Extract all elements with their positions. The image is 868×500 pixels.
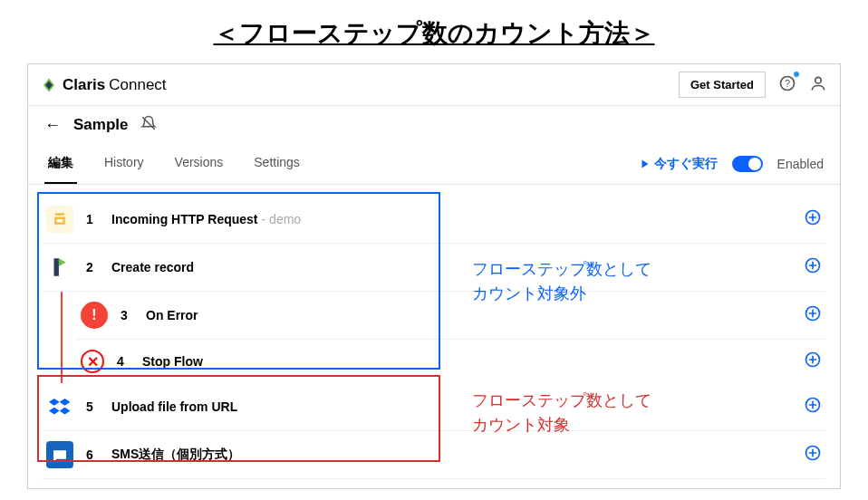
flow-step-row[interactable]: 6 SMS送信（個別方式） bbox=[43, 431, 825, 479]
stop-icon: ✕ bbox=[81, 350, 104, 373]
tabs-right: 今すぐ実行 Enabled bbox=[640, 156, 824, 172]
sub-bar: ← Sample bbox=[28, 106, 840, 144]
step-number: 1 bbox=[86, 212, 99, 226]
filemaker-icon bbox=[46, 254, 73, 281]
app-window: ClarisConnect Get Started ? ← Sample 編集 … bbox=[27, 63, 841, 489]
help-icon[interactable]: ? bbox=[778, 74, 796, 96]
run-now-button[interactable]: 今すぐ実行 bbox=[640, 156, 718, 172]
annotation-red: フローステップ数として カウント対象 bbox=[472, 389, 651, 438]
sms-icon bbox=[46, 441, 73, 468]
step-title: SMS送信（個別方式） bbox=[111, 447, 240, 463]
plus-circle-icon bbox=[804, 444, 822, 462]
step-meta: - demo bbox=[262, 212, 302, 226]
annotation-blue: フローステップ数として カウント対象外 bbox=[472, 257, 651, 306]
flow-name: Sample bbox=[73, 116, 128, 134]
step-number: 3 bbox=[121, 308, 133, 322]
tabs: 編集 History Versions Settings bbox=[44, 144, 304, 184]
add-step-button[interactable] bbox=[804, 304, 822, 326]
enabled-label: Enabled bbox=[777, 157, 824, 171]
play-icon bbox=[640, 159, 651, 169]
claris-logo-icon bbox=[41, 77, 57, 93]
error-branch: ! 3 On Error ✕ 4 Stop Flow bbox=[61, 292, 825, 383]
add-step-button[interactable] bbox=[804, 396, 822, 418]
step-title: On Error bbox=[146, 308, 198, 322]
svg-text:?: ? bbox=[785, 78, 790, 89]
notification-dot-icon bbox=[794, 72, 799, 77]
flow-step-row[interactable]: 1 Incoming HTTP Request- demo bbox=[43, 196, 825, 244]
brand-sub: Connect bbox=[109, 76, 166, 94]
step-title: Upload file from URL bbox=[111, 399, 237, 414]
step-number: 2 bbox=[86, 260, 99, 274]
step-number: 6 bbox=[86, 447, 99, 462]
tab-settings[interactable]: Settings bbox=[250, 144, 304, 184]
flow-step-row[interactable]: ✕ 4 Stop Flow bbox=[77, 340, 825, 383]
page-title: ＜フローステップ数のカウント方法＞ bbox=[0, 0, 868, 63]
back-arrow-icon[interactable]: ← bbox=[44, 116, 61, 135]
flow-step-row[interactable]: 2 Create record bbox=[43, 244, 825, 292]
tab-edit[interactable]: 編集 bbox=[44, 144, 77, 184]
http-request-icon bbox=[46, 206, 73, 233]
top-right-actions: Get Started ? bbox=[679, 72, 827, 98]
add-step-button[interactable] bbox=[804, 444, 822, 466]
plus-circle-icon bbox=[804, 396, 822, 414]
tabs-row: 編集 History Versions Settings 今すぐ実行 Enabl… bbox=[28, 144, 840, 185]
plus-circle-icon bbox=[804, 351, 822, 369]
step-title: Incoming HTTP Request- demo bbox=[111, 212, 301, 226]
tab-history[interactable]: History bbox=[101, 144, 148, 184]
flow-body: 1 Incoming HTTP Request- demo 2 Create r… bbox=[28, 185, 840, 488]
brand-name: Claris bbox=[63, 76, 105, 94]
add-step-button[interactable] bbox=[804, 208, 822, 230]
enabled-toggle[interactable] bbox=[732, 156, 763, 172]
dropbox-icon bbox=[46, 393, 73, 420]
user-icon[interactable] bbox=[809, 74, 827, 96]
get-started-button[interactable]: Get Started bbox=[679, 72, 766, 98]
plus-circle-icon bbox=[804, 256, 822, 274]
brand: ClarisConnect bbox=[41, 76, 167, 94]
top-bar: ClarisConnect Get Started ? bbox=[28, 64, 840, 106]
add-step-button[interactable] bbox=[804, 351, 822, 372]
step-title: Stop Flow bbox=[142, 354, 203, 369]
add-step-button[interactable] bbox=[804, 256, 822, 278]
svg-rect-3 bbox=[57, 219, 63, 222]
plus-circle-icon bbox=[804, 208, 822, 226]
tab-versions[interactable]: Versions bbox=[171, 144, 227, 184]
flow-step-row[interactable]: ! 3 On Error bbox=[77, 292, 825, 340]
plus-circle-icon bbox=[804, 304, 822, 322]
flow-step-row[interactable]: 5 Upload file from URL bbox=[43, 383, 825, 431]
step-title: Create record bbox=[111, 260, 194, 274]
step-number: 4 bbox=[117, 354, 130, 369]
notifications-off-icon[interactable] bbox=[140, 115, 157, 135]
svg-point-2 bbox=[815, 77, 822, 83]
run-now-label: 今すぐ実行 bbox=[654, 156, 718, 172]
step-number: 5 bbox=[86, 399, 99, 414]
error-icon: ! bbox=[81, 302, 108, 329]
